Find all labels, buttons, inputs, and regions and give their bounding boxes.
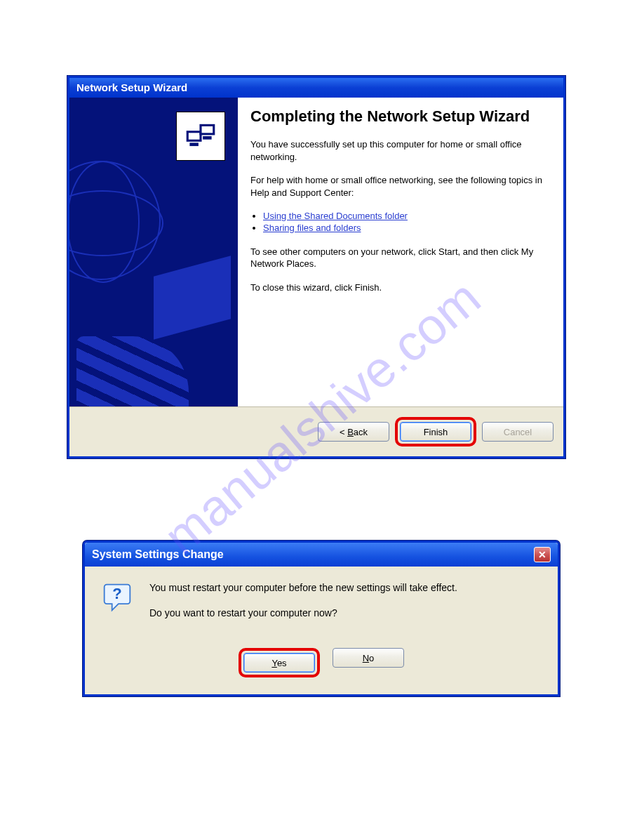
computers-icon [176,112,225,161]
yes-button-highlight: Yes [239,648,320,677]
system-settings-change-dialog: System Settings Change ✕ ? You must rest… [83,541,560,696]
yes-button[interactable]: Yes [243,653,315,673]
question-icon: ? [102,582,133,613]
close-icon[interactable]: ✕ [534,547,551,562]
msgbox-title: System Settings Change [92,548,224,561]
wizard-close-instruction: To close this wizard, click Finish. [250,282,548,294]
link-sharing-files[interactable]: Sharing files and folders [263,223,361,233]
wizard-help-links: Using the Shared Documents folder Sharin… [250,211,548,234]
msgbox-line-restart: You must restart your computer before th… [149,582,457,593]
network-setup-wizard-dialog: Network Setup Wizard Completing the Netw… [67,76,565,458]
msgbox-titlebar[interactable]: System Settings Change ✕ [85,543,558,567]
msgbox-body: ? You must restart your computer before … [85,567,558,648]
globe-icon [69,161,161,280]
svg-text:?: ? [112,585,121,602]
wizard-paragraph-success: You have successfully set up this comput… [250,138,548,163]
link-shared-documents[interactable]: Using the Shared Documents folder [263,211,408,221]
msgbox-text: You must restart your computer before th… [149,582,457,633]
fan-icon [76,336,189,406]
svg-rect-1 [189,133,200,139]
wizard-heading: Completing the Network Setup Wizard [250,107,548,126]
msgbox-line-question: Do you want to restart your computer now… [149,607,457,618]
wizard-title: Network Setup Wizard [76,81,187,93]
cancel-button: Cancel [482,422,554,442]
back-button[interactable]: < Back [318,422,389,442]
finish-button-highlight: Finish [395,417,476,446]
wizard-paragraph-help-intro: For help with home or small office netwo… [250,174,548,199]
no-button[interactable]: No [333,648,404,668]
wizard-sidebar-graphic [69,98,238,406]
svg-rect-4 [202,126,213,133]
wizard-titlebar[interactable]: Network Setup Wizard [69,78,563,98]
svg-rect-5 [203,136,212,140]
wizard-footer: < Back Finish Cancel [69,406,563,456]
svg-rect-2 [189,143,199,146]
msgbox-buttons: Yes No [85,648,558,694]
wizard-content: Completing the Network Setup Wizard You … [238,98,563,406]
wizard-paragraph-network-places: To see other computers on your network, … [250,246,548,270]
wizard-body: Completing the Network Setup Wizard You … [69,98,563,406]
finish-button[interactable]: Finish [400,422,471,442]
box-icon [154,256,231,339]
